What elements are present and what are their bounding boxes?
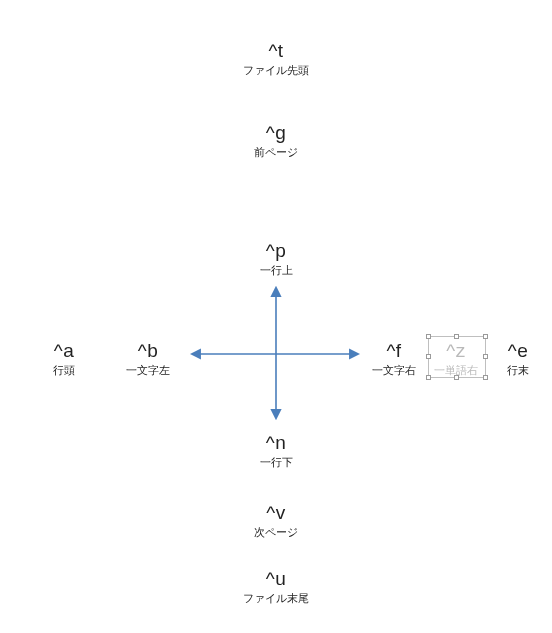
node-char-right: ^f 一文字右 [364,340,424,376]
node-line-end: ^e 行末 [494,340,542,376]
key-desc: 一行下 [236,456,316,469]
node-file-top: ^t ファイル先頭 [236,40,316,76]
node-word-right[interactable]: ^z 一単語右 [426,340,486,376]
key-label: ^f [364,340,424,362]
key-desc: ファイル先頭 [236,64,316,77]
node-page-up: ^g 前ページ [236,122,316,158]
node-file-bottom: ^u ファイル末尾 [236,568,316,604]
key-desc: 一行上 [236,264,316,277]
key-label: ^z [426,340,486,362]
node-line-up: ^p 一行上 [236,240,316,276]
node-page-down: ^v 次ページ [236,502,316,538]
key-label: ^a [40,340,88,362]
node-line-start: ^a 行頭 [40,340,88,376]
key-label: ^e [494,340,542,362]
key-desc: ファイル末尾 [236,592,316,605]
key-label: ^u [236,568,316,590]
key-label: ^n [236,432,316,454]
key-label: ^v [236,502,316,524]
key-desc: 行頭 [40,364,88,377]
diagram-stage: ^t ファイル先頭 ^g 前ページ ^p 一行上 ^n 一行下 ^v 次ページ … [0,0,552,633]
key-label: ^b [118,340,178,362]
key-label: ^g [236,122,316,144]
key-desc: 一文字右 [364,364,424,377]
node-line-down: ^n 一行下 [236,432,316,468]
key-label: ^t [236,40,316,62]
key-desc: 一単語右 [426,364,486,377]
key-desc: 行末 [494,364,542,377]
key-label: ^p [236,240,316,262]
node-char-left: ^b 一文字左 [118,340,178,376]
key-desc: 次ページ [236,526,316,539]
key-desc: 前ページ [236,146,316,159]
key-desc: 一文字左 [118,364,178,377]
